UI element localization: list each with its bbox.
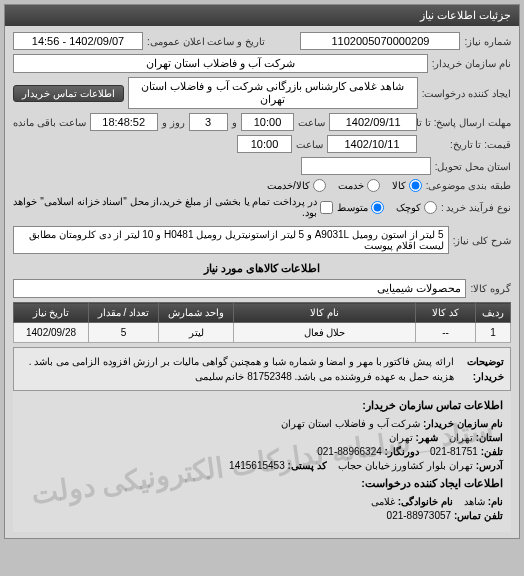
cell-unit: لیتر bbox=[159, 323, 234, 343]
medium-radio-item[interactable]: متوسط bbox=[337, 201, 384, 214]
contact-fax: 88966324-021 bbox=[317, 446, 382, 457]
treasury-checkbox[interactable] bbox=[320, 201, 333, 214]
contact-phone-label: تلفن: bbox=[481, 446, 503, 457]
small-radio-item[interactable]: کوچک bbox=[396, 201, 437, 214]
announce-field: 1402/09/07 - 14:56 bbox=[13, 32, 143, 50]
remain-suffix: ساعت باقی مانده bbox=[13, 117, 86, 128]
creator-phone-row: تلفن تماس: 88973057-021 bbox=[21, 510, 503, 521]
process-label: نوع فرآیند خرید : bbox=[441, 202, 511, 213]
remain-sep: و bbox=[232, 117, 237, 128]
table-header-row: ردیف کد کالا نام کالا واحد شمارش تعداد /… bbox=[14, 303, 511, 323]
panel-title: جزئیات اطلاعات نیاز bbox=[5, 5, 519, 26]
requester-label: ایجاد کننده درخواست: bbox=[422, 88, 511, 99]
th-row: ردیف bbox=[476, 303, 511, 323]
goods-section-title: اطلاعات کالاهای مورد نیاز bbox=[13, 258, 511, 279]
services-radio[interactable] bbox=[367, 179, 380, 192]
announce-label: تاریخ و ساعت اعلان عمومی: bbox=[147, 36, 265, 47]
contact-postal-label: کد پستی: bbox=[288, 460, 327, 471]
creator-title: اطلاعات ایجاد کننده درخواست: bbox=[21, 477, 503, 490]
quote-date: 1402/10/11 bbox=[327, 135, 417, 153]
treasury-check-item[interactable]: در پرداخت تمام یا بخشی از مبلغ خرید،از م… bbox=[13, 196, 333, 218]
contact-org-row: نام سازمان خریدار: شرکت آب و فاضلاب استا… bbox=[21, 418, 503, 429]
contact-postal: 1415615453 bbox=[229, 460, 285, 471]
goods-radio[interactable] bbox=[409, 179, 422, 192]
table-row[interactable]: 1 -- حلال فعال لیتر 5 1402/09/28 bbox=[14, 323, 511, 343]
th-code: کد کالا bbox=[416, 303, 476, 323]
goods-radio-item[interactable]: کالا bbox=[392, 179, 422, 192]
contact-address-label: آدرس: bbox=[476, 460, 503, 471]
contact-loc-row: استان: تهران شهر: تهران bbox=[21, 432, 503, 443]
creator-family-label: نام خانوادگی: bbox=[398, 496, 453, 507]
main-panel: جزئیات اطلاعات نیاز شماره نیاز: 11020050… bbox=[4, 4, 520, 539]
goods-group-field: محصولات شیمیایی bbox=[13, 279, 466, 298]
packaging-label: طبقه بندی موضوعی: bbox=[426, 180, 511, 191]
contact-buyer-button[interactable]: اطلاعات تماس خریدار bbox=[13, 85, 124, 102]
both-radio-label: کالا/خدمت bbox=[267, 180, 310, 191]
services-radio-label: خدمت bbox=[338, 180, 364, 191]
creator-name-row: نام: شاهد نام خانوادگی: غلامی bbox=[21, 496, 503, 507]
cell-name: حلال فعال bbox=[234, 323, 416, 343]
both-radio-item[interactable]: کالا/خدمت bbox=[267, 179, 326, 192]
main-title-field: 5 لیتر از استون رومیل A9031L و 5 لیتر از… bbox=[13, 226, 449, 254]
contact-addr-row: آدرس: تهران بلوار کشاورز خیابان حجاب کد … bbox=[21, 460, 503, 471]
delivery-place-field bbox=[301, 157, 431, 175]
cell-date: 1402/09/28 bbox=[14, 323, 89, 343]
deadline-label: مهلت ارسال پاسخ: تا تاریخ: bbox=[421, 117, 511, 128]
creator-name-label: نام: bbox=[488, 496, 503, 507]
medium-radio-label: متوسط bbox=[337, 202, 368, 213]
remain-time: 18:48:52 bbox=[90, 113, 158, 131]
contact-section: ستاد _ سامانه تدارکات الکترونیکی دولت اط… bbox=[13, 391, 511, 532]
contact-address: تهران بلوار کشاورز خیابان حجاب bbox=[338, 460, 473, 471]
process-radio-group: کوچک متوسط bbox=[337, 201, 437, 214]
cell-row: 1 bbox=[476, 323, 511, 343]
quote-time: 10:00 bbox=[237, 135, 292, 153]
th-date: تاریخ نیاز bbox=[14, 303, 89, 323]
creator-name: شاهد bbox=[464, 496, 485, 507]
cell-code: -- bbox=[416, 323, 476, 343]
goods-group-label: گروه کالا: bbox=[470, 283, 511, 294]
th-name: نام کالا bbox=[234, 303, 416, 323]
requester-field: شاهد غلامی کارشناس بازرگانی شرکت آب و فا… bbox=[128, 77, 418, 109]
deadline-date: 1402/09/11 bbox=[329, 113, 417, 131]
th-qty: تعداد / مقدار bbox=[89, 303, 159, 323]
time-label: ساعت bbox=[298, 117, 325, 128]
contact-city: تهران bbox=[389, 432, 413, 443]
remain-days-label: روز و bbox=[162, 117, 185, 128]
contact-title: اطلاعات تماس سازمان خریدار: bbox=[21, 399, 503, 412]
cell-qty: 5 bbox=[89, 323, 159, 343]
buyer-name-label: نام سازمان خریدار: bbox=[432, 58, 511, 69]
remain-days: 3 bbox=[189, 113, 228, 131]
contact-phone-row: تلفن: 81751-021 دورنگار: 88966324-021 bbox=[21, 446, 503, 457]
contact-org: شرکت آب و فاضلاب استان تهران bbox=[281, 418, 420, 429]
both-radio[interactable] bbox=[313, 179, 326, 192]
creator-phone-label: تلفن تماس: bbox=[454, 510, 503, 521]
main-title-label: شرح کلی نیاز: bbox=[453, 235, 511, 246]
medium-radio[interactable] bbox=[371, 201, 384, 214]
contact-province: تهران bbox=[449, 432, 473, 443]
delivery-place-label: استان محل تحویل: bbox=[435, 161, 511, 172]
contact-fax-label: دورنگار: bbox=[385, 446, 419, 457]
description-box: توضیحات خریدار: ارائه پیش فاکتور با مهر … bbox=[13, 347, 511, 391]
small-radio-label: کوچک bbox=[396, 202, 421, 213]
creator-phone: 88973057-021 bbox=[387, 510, 452, 521]
contact-city-label: شهر: bbox=[415, 432, 437, 443]
deadline-time: 10:00 bbox=[241, 113, 295, 131]
contact-phone: 81751-021 bbox=[430, 446, 478, 457]
buyer-name-field: شرکت آب و فاضلاب استان تهران bbox=[13, 54, 428, 73]
process-note: در پرداخت تمام یا بخشی از مبلغ خرید،از م… bbox=[13, 196, 317, 218]
creator-family: غلامی bbox=[371, 496, 395, 507]
small-radio[interactable] bbox=[424, 201, 437, 214]
category-radio-group: کالا خدمت کالا/خدمت bbox=[267, 179, 422, 192]
description-label: توضیحات خریدار: bbox=[454, 354, 504, 384]
quote-label: قیمت: تا تاریخ: bbox=[421, 139, 511, 150]
goods-radio-label: کالا bbox=[392, 180, 406, 191]
services-radio-item[interactable]: خدمت bbox=[338, 179, 380, 192]
items-table: ردیف کد کالا نام کالا واحد شمارش تعداد /… bbox=[13, 302, 511, 343]
th-unit: واحد شمارش bbox=[159, 303, 234, 323]
contact-org-label: نام سازمان خریدار: bbox=[423, 418, 503, 429]
panel-body: شماره نیاز: 1102005070000209 تاریخ و ساع… bbox=[5, 26, 519, 538]
request-no-label: شماره نیاز: bbox=[464, 36, 511, 47]
contact-province-label: استان: bbox=[476, 432, 503, 443]
request-no-field: 1102005070000209 bbox=[300, 32, 460, 50]
description-text: ارائه پیش فاکتور با مهر و امضا و شماره ش… bbox=[20, 354, 454, 384]
